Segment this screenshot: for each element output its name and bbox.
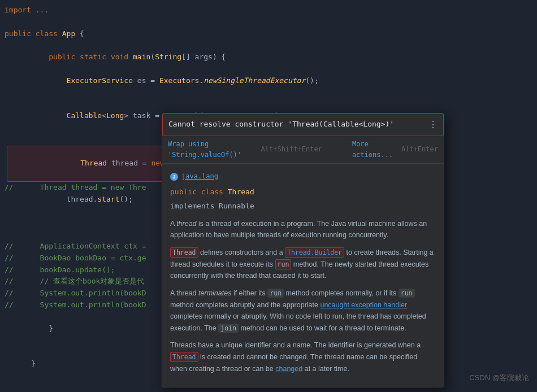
package-name[interactable]: java.lang xyxy=(181,171,218,182)
error-banner: Cannot resolve constructor 'Thread(Calla… xyxy=(162,114,444,136)
join-code: join xyxy=(218,324,239,333)
thread-builder-code: Thread.Builder xyxy=(285,247,344,258)
implements-decl: implements Runnable xyxy=(170,201,436,212)
code-line-main: public static void main(String[] args) { xyxy=(0,51,161,75)
java-lang-icon: J xyxy=(170,173,178,181)
code-line-closebrace1: } xyxy=(0,311,161,346)
changed-link[interactable]: changed xyxy=(275,365,302,373)
quick-fix-row: Wrap using 'String.valueOf()' Alt+Shift+… xyxy=(162,136,444,164)
error-popup: Cannot resolve constructor 'Thread(Calla… xyxy=(162,113,444,387)
code-line-closebrace2: } xyxy=(0,346,161,381)
javadoc-panel: J java.lang public class Thread implemen… xyxy=(162,164,444,387)
class-declaration: public class Thread xyxy=(170,186,436,198)
quick-fix-shortcut: Alt+Shift+Enter xyxy=(261,144,322,155)
code-line-executor: ExecutorService es = Executors.newSingle… xyxy=(0,75,161,99)
watermark: CSDN @客院裁论 xyxy=(469,372,529,384)
more-menu-icon[interactable]: ⋮ xyxy=(428,117,438,132)
javadoc-para1: A thread is a thread of execution in a p… xyxy=(170,218,436,241)
code-line-callable: Callable<Long> task = new Task( num: 123… xyxy=(0,110,161,134)
code-line-import: import ... xyxy=(0,5,161,16)
code-line-update: // bookDao.update(); xyxy=(0,264,161,276)
javadoc-package: J java.lang xyxy=(170,171,436,182)
thread-inline-code1: Thread xyxy=(170,247,198,258)
code-line-blank2 xyxy=(0,98,161,110)
code-line-println2: // System.out.println(bookD xyxy=(0,299,161,311)
code-line-bookdao: // BookDao bookDao = ctx.ge xyxy=(0,252,161,264)
code-panel: import ... public class App { public sta… xyxy=(0,0,161,392)
code-line-start: thread.start(); xyxy=(0,194,161,217)
separator xyxy=(329,144,345,155)
code-line-comment1: // Thread thread = new Thre xyxy=(0,182,161,194)
javadoc-para2: Thread defines constructors and a Thread… xyxy=(170,247,436,282)
error-message: Cannot resolve constructor 'Thread(Calla… xyxy=(168,119,394,130)
code-line-blank1 xyxy=(0,16,161,28)
javadoc-para3: A thread terminates if either its run me… xyxy=(170,288,436,334)
wrap-string-link[interactable]: Wrap using 'String.valueOf()' xyxy=(168,139,259,160)
run-code2: run xyxy=(267,289,284,298)
more-actions-shortcut: Alt+Enter xyxy=(401,144,438,155)
javadoc-para4: Threads have a unique identifier and a n… xyxy=(170,339,436,374)
code-line-blank3 xyxy=(0,134,161,146)
code-line-thread-error: Thread thread = new Thread(task); xyxy=(0,146,161,182)
thread-inline-code2: Thread xyxy=(170,352,198,362)
code-line-blank4 xyxy=(0,217,161,229)
more-actions-link[interactable]: More actions... xyxy=(352,139,399,160)
code-line-println1: // System.out.println(bookD xyxy=(0,288,161,299)
javadoc-description: A thread is a thread of execution in a p… xyxy=(170,218,436,375)
code-line-cm1: // // 查看这个book对象是否是代 xyxy=(0,276,161,288)
run-code3: run xyxy=(399,289,415,298)
code-line-blank5 xyxy=(0,229,161,241)
code-editor: import ... public class App { public sta… xyxy=(0,0,537,392)
code-line-ctx: // ApplicationContext ctx = xyxy=(0,241,161,252)
code-line-blank6 xyxy=(0,382,161,393)
exception-handler-link[interactable]: uncaught exception handler xyxy=(320,301,407,309)
code-line-class: public class App { xyxy=(0,28,161,52)
run-code1: run xyxy=(275,259,292,269)
